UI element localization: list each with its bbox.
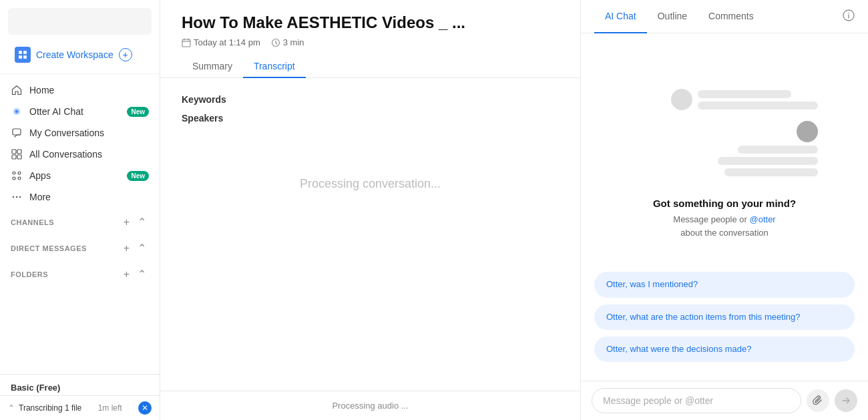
- folders-section-header: FOLDERS + ⌃: [0, 260, 160, 286]
- home-label: Home: [29, 85, 149, 95]
- ai-message-input[interactable]: [592, 388, 801, 413]
- clock-icon: [271, 38, 280, 47]
- sidebar-top: Create Workspace +: [0, 0, 160, 74]
- svg-point-17: [16, 196, 17, 198]
- processing-text: Processing conversation...: [182, 177, 559, 191]
- transcribing-left: ⌃ Transcribing 1 file: [8, 403, 81, 413]
- folders-label: FOLDERS: [11, 270, 121, 278]
- svg-point-13: [18, 172, 21, 174]
- main-content: How To Make AESTHETIC Videos _ ... Today…: [160, 0, 581, 420]
- suggestion-3[interactable]: Otter, what were the decisions made?: [594, 337, 855, 362]
- ai-attach-button[interactable]: [807, 389, 829, 412]
- placeholder-avatar-1: [671, 89, 692, 110]
- tab-ai-chat[interactable]: AI Chat: [594, 1, 647, 33]
- main-header: How To Make AESTHETIC Videos _ ... Today…: [160, 0, 580, 78]
- tab-outline[interactable]: Outline: [647, 1, 698, 33]
- suggestion-2[interactable]: Otter, what are the action items from th…: [594, 304, 855, 330]
- sidebar-nav: Home Otter AI Chat New My Conve: [0, 74, 160, 374]
- transcribing-close-button[interactable]: ✕: [138, 401, 152, 415]
- channels-add-button[interactable]: +: [121, 215, 132, 230]
- svg-point-14: [13, 177, 15, 180]
- placeholder-avatar-row-2: [797, 121, 818, 142]
- ai-panel-body: Got something on your mind? Message peop…: [581, 33, 868, 381]
- sidebar-item-apps[interactable]: Apps New: [0, 165, 160, 186]
- direct-messages-add-button[interactable]: +: [121, 241, 132, 256]
- more-icon: [11, 191, 23, 203]
- speakers-label: Speakers: [182, 113, 235, 124]
- direct-messages-label: DIRECT MESSAGES: [11, 244, 121, 252]
- svg-rect-1: [23, 51, 27, 54]
- main-body: Keywords Speakers Processing conversatio…: [160, 78, 580, 391]
- ai-panel: AI Chat Outline Comments: [581, 0, 868, 420]
- direct-messages-section-header: DIRECT MESSAGES + ⌃: [0, 234, 160, 260]
- transcribing-label: Transcribing 1 file: [19, 403, 81, 413]
- placeholder-reply: [718, 114, 818, 176]
- channels-label: CHANNELS: [11, 218, 121, 226]
- otter-ai-chat-label: Otter AI Chat: [29, 106, 120, 117]
- ai-send-button[interactable]: [835, 389, 857, 412]
- channels-actions: + ⌃: [121, 214, 149, 230]
- tab-summary[interactable]: Summary: [182, 55, 243, 78]
- create-workspace-button[interactable]: Create Workspace +: [8, 41, 152, 68]
- plan-label: Basic (Free): [11, 383, 149, 393]
- svg-point-15: [18, 177, 21, 180]
- svg-rect-9: [17, 150, 21, 154]
- apps-icon: [11, 170, 23, 182]
- calendar-icon: [182, 38, 191, 47]
- workspace-logo: [8, 8, 152, 35]
- meta-duration-text: 3 min: [283, 37, 304, 47]
- keywords-row: Keywords: [182, 94, 559, 105]
- tab-comments[interactable]: Comments: [698, 1, 765, 33]
- ai-cta-sub: Message people or @otter about the conve…: [653, 213, 796, 239]
- all-conversations-icon: [11, 148, 23, 160]
- cta-sub-1: Message people or: [673, 214, 749, 224]
- sidebar-item-more[interactable]: More: [0, 186, 160, 208]
- meta-duration: 3 min: [271, 37, 304, 47]
- keywords-label: Keywords: [182, 94, 235, 105]
- placeholder-lines-1: [698, 90, 818, 110]
- home-icon: [11, 84, 23, 96]
- more-label: More: [29, 192, 149, 202]
- tab-transcript[interactable]: Transcript: [243, 55, 306, 78]
- svg-point-12: [13, 172, 15, 174]
- svg-rect-2: [19, 55, 22, 59]
- placeholder-line-1a: [698, 90, 791, 98]
- footer-text: Processing audio ...: [332, 401, 408, 411]
- channels-collapse-button[interactable]: ⌃: [135, 214, 149, 230]
- svg-rect-10: [12, 155, 16, 159]
- apps-label: Apps: [29, 170, 120, 181]
- time-left: 1m left: [98, 403, 122, 413]
- conversation-title: How To Make AESTHETIC Videos _ ...: [182, 13, 559, 32]
- suggestion-1[interactable]: Otter, was I mentioned?: [594, 272, 855, 297]
- send-icon: [841, 395, 851, 406]
- svg-point-22: [848, 12, 849, 13]
- main-footer: Processing audio ...: [160, 391, 580, 420]
- add-workspace-icon[interactable]: +: [119, 48, 132, 61]
- channels-section-header: CHANNELS + ⌃: [0, 208, 160, 234]
- ai-panel-header: AI Chat Outline Comments: [581, 0, 868, 33]
- sidebar-item-all-conversations[interactable]: All Conversations: [0, 144, 160, 165]
- svg-rect-19: [182, 39, 190, 47]
- svg-point-16: [13, 196, 14, 198]
- chevron-up-icon[interactable]: ⌃: [8, 403, 15, 413]
- svg-rect-8: [12, 150, 16, 154]
- otter-ai-chat-icon: [11, 106, 23, 118]
- placeholder-line-1b: [698, 101, 818, 110]
- svg-rect-0: [19, 51, 22, 54]
- ai-placeholder: Got something on your mind? Message peop…: [594, 47, 855, 261]
- create-workspace-label: Create Workspace: [36, 49, 114, 60]
- sidebar-item-my-conversations[interactable]: My Conversations: [0, 122, 160, 144]
- sidebar-item-otter-ai-chat[interactable]: Otter AI Chat New: [0, 101, 160, 122]
- sidebar-item-home[interactable]: Home: [0, 79, 160, 101]
- svg-point-6: [15, 110, 18, 113]
- sidebar: Create Workspace + Home Otter AI Cha: [0, 0, 160, 420]
- ai-cta-section: Got something on your mind? Message peop…: [653, 198, 796, 239]
- ai-input-row: [581, 381, 868, 420]
- info-icon[interactable]: [843, 9, 855, 24]
- cta-sub-2: about the conversation: [680, 228, 769, 238]
- direct-messages-collapse-button[interactable]: ⌃: [135, 240, 149, 256]
- ai-cta-title: Got something on your mind?: [653, 198, 796, 209]
- folders-actions: + ⌃: [121, 266, 149, 282]
- folders-collapse-button[interactable]: ⌃: [135, 266, 149, 282]
- folders-add-button[interactable]: +: [121, 267, 132, 282]
